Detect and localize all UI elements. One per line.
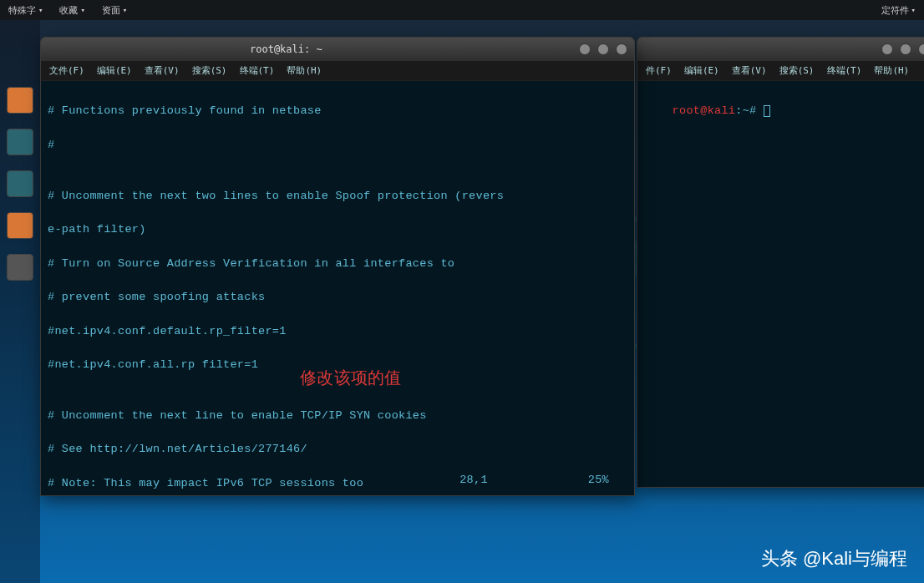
editor-content[interactable]: # Functions previously found in netbase … [41, 81, 634, 495]
window-titlebar[interactable] [637, 38, 924, 61]
panel-item[interactable]: 特殊字▾ [8, 4, 43, 17]
menu-view[interactable]: 查看(V) [732, 64, 767, 77]
menu-help[interactable]: 帮助(H) [874, 64, 909, 77]
menu-terminal[interactable]: 终端(T) [827, 64, 862, 77]
dock-icon[interactable] [7, 212, 33, 239]
menu-search[interactable]: 搜索(S) [779, 64, 815, 77]
file-line: #net.ipv4.conf.default.rp_filter=1 [48, 323, 627, 340]
file-line: # prevent some spoofing attacks [48, 289, 627, 306]
menu-edit[interactable]: 编辑(E) [684, 64, 719, 77]
close-icon[interactable] [616, 43, 627, 55]
watermark-text: 头条 @Kali与编程 [761, 546, 907, 571]
dock-icon[interactable] [7, 254, 33, 281]
menu-help[interactable]: 帮助(H) [287, 64, 322, 77]
menu-edit[interactable]: 编辑(E) [97, 64, 132, 77]
dock-icon[interactable] [7, 129, 33, 155]
menu-terminal[interactable]: 终端(T) [240, 64, 275, 77]
shell-prompt: root@kali:~# [673, 104, 770, 117]
menu-file[interactable]: 件(F) [646, 64, 672, 77]
close-icon[interactable] [918, 43, 924, 55]
window-title: root@kali: ~ [250, 43, 322, 55]
annotation-label: 修改该项的值 [300, 365, 402, 390]
editor-status-line: 28,1 25% [41, 472, 634, 489]
menu-view[interactable]: 查看(V) [145, 64, 180, 77]
minimize-icon[interactable] [881, 43, 893, 55]
menu-search[interactable]: 搜索(S) [192, 64, 227, 77]
panel-item-right[interactable]: 定符件▾ [881, 4, 916, 17]
file-line: # Turn on Source Address Verification in… [48, 256, 627, 272]
terminal-menubar: 文件(F) 编辑(E) 查看(V) 搜索(S) 终端(T) 帮助(H) [41, 61, 634, 81]
dock-icon[interactable] [7, 87, 33, 114]
scroll-percent: 25% [588, 472, 609, 489]
terminal-menubar: 件(F) 编辑(E) 查看(V) 搜索(S) 终端(T) 帮助(H) [637, 61, 924, 81]
maximize-icon[interactable] [900, 43, 911, 55]
file-line: # [48, 137, 627, 154]
file-line: # Functions previously found in netbase [48, 103, 627, 119]
panel-item[interactable]: 收藏▾ [59, 4, 84, 17]
terminal-window-editor[interactable]: root@kali: ~ 文件(F) 编辑(E) 查看(V) 搜索(S) 终端(… [40, 37, 635, 496]
dock-icon[interactable] [7, 170, 33, 197]
panel-item[interactable]: 资面▾ [102, 4, 127, 17]
minimize-icon[interactable] [579, 43, 591, 55]
menu-file[interactable]: 文件(F) [49, 64, 84, 77]
file-line: # See http://lwn.net/Articles/277146/ [48, 441, 627, 458]
left-dock [0, 20, 40, 583]
file-line: # Uncomment the next two lines to enable… [48, 188, 627, 205]
desktop-top-panel: 特殊字▾ 收藏▾ 资面▾ 定符件▾ [0, 0, 924, 20]
maximize-icon[interactable] [597, 43, 609, 55]
cursor-position: 28,1 [459, 472, 488, 489]
terminal-window-secondary[interactable]: 件(F) 编辑(E) 查看(V) 搜索(S) 终端(T) 帮助(H) root@… [637, 37, 924, 488]
cursor-icon [764, 105, 770, 117]
terminal-output[interactable]: root@kali:~# [637, 81, 924, 487]
file-line: # Uncomment the next line to enable TCP/… [48, 408, 627, 424]
window-titlebar[interactable]: root@kali: ~ [41, 38, 634, 61]
file-line: e-path filter) [48, 221, 627, 238]
